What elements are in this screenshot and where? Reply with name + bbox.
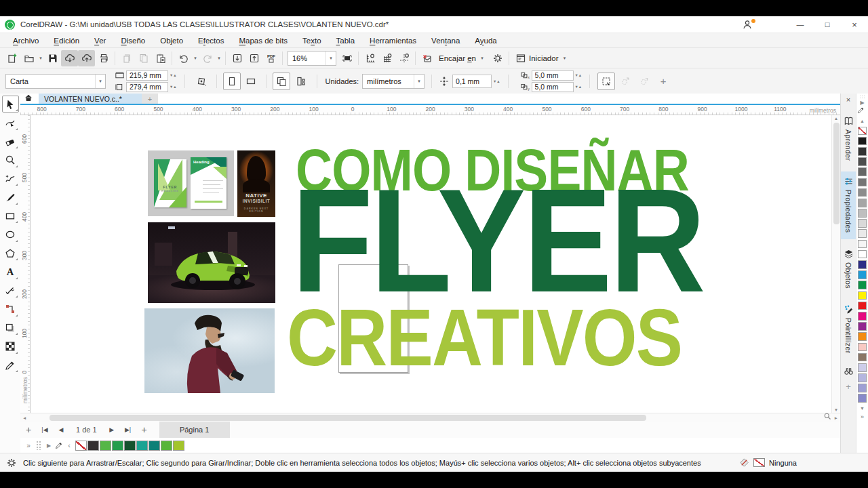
color-swatch[interactable] [112, 441, 123, 451]
palette-color-eyedropper-icon[interactable] [857, 106, 868, 117]
autofit-page-button[interactable] [193, 73, 210, 90]
horizontal-ruler[interactable]: milímetros 80070060050040030020010001002… [20, 105, 840, 115]
drop-shadow-tool-button[interactable] [2, 319, 19, 336]
copy-button[interactable] [135, 50, 152, 66]
scroll-down-arrow[interactable]: ▼ [834, 407, 838, 412]
color-swatch[interactable] [858, 209, 867, 218]
palette-scroll-left[interactable]: ‹ [64, 441, 75, 449]
palette-drag-grip[interactable] [36, 441, 41, 450]
docker-tab-propiedades[interactable]: Propiedades [841, 171, 856, 239]
artistic-media-tool-button[interactable] [2, 189, 19, 206]
color-swatch[interactable] [858, 270, 867, 279]
color-swatch[interactable] [858, 373, 867, 382]
cut-button[interactable] [118, 50, 135, 66]
color-swatch[interactable] [858, 188, 867, 197]
open-dropdown[interactable]: ▾ [37, 56, 44, 61]
menu-mapas-de-bits[interactable]: Mapas de bits [231, 33, 295, 48]
palette-expand-button[interactable]: » [23, 442, 34, 449]
poster-image[interactable]: NATIVE INVISIBILIT DARKEN NEXT EDITION [237, 150, 275, 217]
zoom-combo-dropdown[interactable]: ▾ [326, 52, 336, 65]
duplicate-y-spinner[interactable]: ▾▴ [576, 84, 583, 89]
text-tool-button[interactable]: A [2, 264, 19, 281]
undo-dropdown[interactable]: ▾ [192, 56, 199, 61]
color-swatch[interactable] [87, 441, 99, 451]
palette-eyedropper-icon[interactable] [55, 441, 63, 449]
color-swatch[interactable] [858, 240, 867, 249]
zoom-level-combo[interactable]: 16% ▾ [288, 51, 336, 66]
launcher-menu[interactable]: Iniciador ▾ [512, 50, 571, 66]
color-swatch[interactable] [858, 343, 867, 352]
horizontal-scrollbar[interactable]: ◄ ► [20, 413, 840, 422]
document-tab[interactable]: VOLANTEN NUEVO.c..* [39, 94, 142, 104]
color-swatch[interactable] [858, 353, 867, 362]
color-swatch-none[interactable] [858, 127, 867, 136]
snap-off-button[interactable] [418, 50, 435, 66]
all-pages-button[interactable] [273, 73, 290, 90]
previous-page-button[interactable]: ◀ [53, 422, 69, 438]
fullscreen-preview-button[interactable] [338, 50, 355, 66]
statusbar-gear-icon[interactable] [6, 458, 17, 468]
show-guidelines-button[interactable] [395, 50, 412, 66]
color-swatch[interactable] [858, 219, 867, 228]
polygon-tool-button[interactable] [2, 245, 19, 262]
freehand-tool-button[interactable] [2, 170, 19, 187]
menu-ayuda[interactable]: Ayuda [467, 33, 504, 48]
add-docker-button[interactable]: + [846, 382, 851, 392]
color-swatch[interactable] [858, 147, 867, 156]
page-height-spinner[interactable]: ▾▴ [170, 84, 178, 89]
redo-dropdown[interactable]: ▾ [216, 56, 222, 61]
page-width-field[interactable] [126, 70, 168, 81]
nudge-spinner[interactable]: ▾▴ [494, 79, 501, 84]
docker-tab-objetos[interactable]: Objetos [841, 244, 856, 295]
units-combo[interactable]: milímetros ▾ [362, 74, 425, 89]
palette-scroll-up[interactable]: ▲ [860, 117, 865, 125]
launch-edit-button[interactable] [616, 73, 634, 90]
palette-flyout-arrow[interactable]: ▶ [860, 99, 864, 106]
page-size-dropdown[interactable]: ▾ [95, 75, 105, 88]
color-swatch[interactable] [161, 441, 172, 451]
docker-tab-aprender[interactable]: Aprender [841, 111, 856, 167]
welcome-tab-button[interactable] [20, 94, 39, 104]
color-swatch[interactable] [858, 199, 867, 207]
palette-flyout-button[interactable]: ▶ [43, 443, 54, 449]
color-swatch[interactable] [858, 322, 867, 331]
first-page-button[interactable]: |◀ [37, 422, 53, 438]
units-dropdown[interactable]: ▾ [414, 75, 424, 88]
portrait-button[interactable] [223, 73, 241, 90]
ellipse-tool-button[interactable] [2, 226, 19, 243]
menu-ver[interactable]: Ver [87, 33, 113, 48]
car-image[interactable] [148, 222, 275, 303]
import-button[interactable] [229, 50, 245, 66]
shape-tool-button[interactable] [2, 115, 19, 131]
drawing-area[interactable]: FLYER HEADLINE Heading [31, 115, 831, 413]
add-page-before-button[interactable]: + [20, 422, 37, 438]
color-swatch[interactable] [858, 384, 867, 392]
open-button[interactable] [20, 50, 37, 66]
flyer-mockup-image[interactable]: FLYER HEADLINE Heading [148, 150, 234, 216]
color-swatch[interactable] [858, 363, 867, 372]
menu-texto[interactable]: Texto [295, 33, 329, 48]
account-notification-icon[interactable] [742, 19, 757, 30]
page-width-spinner[interactable]: ▾▴ [170, 73, 178, 78]
transparency-tool-button[interactable] [2, 338, 19, 355]
paste-button[interactable] [152, 50, 169, 66]
color-swatch[interactable] [858, 312, 867, 321]
menu-efectos[interactable]: Efectos [191, 33, 231, 48]
horizontal-scroll-thumb[interactable] [50, 415, 646, 421]
menu-herramientas[interactable]: Herramientas [362, 33, 424, 48]
options-button[interactable] [489, 50, 506, 66]
page-height-field[interactable] [126, 82, 168, 92]
vertical-ruler[interactable]: milímetros 6005004003002001000 [20, 115, 31, 413]
current-page-button[interactable] [292, 73, 309, 90]
color-swatch[interactable] [858, 157, 867, 166]
color-swatch[interactable] [858, 394, 867, 403]
palette-scroll-down[interactable]: ▼ [860, 405, 865, 412]
close-button[interactable]: × [841, 16, 868, 33]
eraser-tool-button[interactable] [2, 133, 19, 150]
connector-tool-button[interactable] [2, 301, 19, 318]
snap-to-menu[interactable]: Encajar en ▾ [435, 50, 489, 66]
minimize-button[interactable]: — [787, 16, 814, 33]
cloud-open-button[interactable] [61, 50, 78, 66]
menu-ventana[interactable]: Ventana [424, 33, 467, 48]
duplicate-x-field[interactable] [532, 70, 574, 81]
